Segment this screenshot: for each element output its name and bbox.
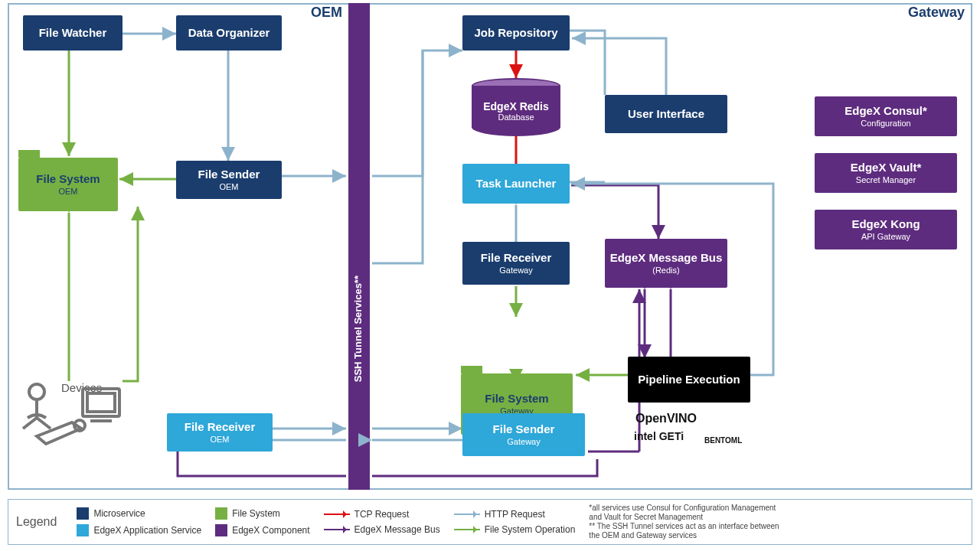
legend-http: HTTP Request [485,509,545,520]
edgex-consul-node: EdgeX Consul* Configuration [815,96,957,136]
edgex-msgbus-sub: (Redis) [652,266,679,276]
pipeline-execution-title: Pipeline Execution [638,373,740,386]
file-receiver-gw-sub: Gateway [499,266,532,276]
svg-point-21 [29,384,44,399]
edgex-redis-sub: Database [498,112,534,122]
openvino-logo: OpenVINO [635,412,697,425]
legend-note1: *all services use Consul for Configurati… [589,504,780,522]
file-sender-oem-node: File Sender OEM [176,161,282,199]
edgex-kong-title: EdgeX Kong [851,217,920,230]
file-receiver-oem-sub: OEM [210,435,229,445]
file-watcher-node: File Watcher [23,15,122,51]
file-sender-oem-title: File Sender [198,168,260,181]
legend-appservice: EdgeX Application Service [93,525,201,536]
file-receiver-gw-title: File Receiver [481,251,552,264]
legend-fsop: File System Operation [485,524,576,535]
job-repository-title: Job Repository [474,26,557,39]
file-sender-oem-sub: OEM [219,182,238,192]
edgex-msgbus-title: EdgeX Message Bus [610,251,723,264]
legend-filesystem: File System [232,508,280,519]
ssh-tunnel-bar [348,3,370,490]
legend: Legend Microservice EdgeX Application Se… [8,499,972,545]
geti-logo: intel GETi [634,430,684,442]
edgex-kong-node: EdgeX Kong API Gateway [815,210,957,249]
file-sender-gw-title: File Sender [493,422,555,435]
fs-oem-sub: OEM [58,187,77,197]
legend-msgbus: EdgeX Message Bus [354,524,440,535]
edgex-vault-sub: Secret Manager [856,175,916,185]
svg-rect-26 [87,393,115,412]
legend-edgex: EdgeX Component [232,525,309,536]
gateway-label: Gateway [908,5,965,21]
legend-title: Legend [16,515,57,529]
file-receiver-oem-title: File Receiver [185,420,256,433]
legend-note2: ** The SSH Tunnel services act as an int… [589,522,780,540]
pipeline-execution-node: Pipeline Execution [628,357,750,403]
job-repository-node: Job Repository [462,15,570,51]
user-interface-title: User Interface [628,107,704,120]
data-organizer-title: Data Organizer [188,26,270,39]
file-watcher-title: File Watcher [39,26,107,39]
oem-label: OEM [311,5,342,21]
edgex-vault-title: EdgeX Vault* [851,161,922,174]
edgex-consul-title: EdgeX Consul* [844,104,927,117]
file-sender-gw-sub: Gateway [507,437,540,447]
edgex-msgbus-node: EdgeX Message Bus (Redis) [605,239,727,288]
legend-microservice: Microservice [93,508,145,519]
edgex-kong-sub: API Gateway [861,232,910,242]
task-launcher-node: Task Launcher [462,164,570,204]
edgex-redis-title: EdgeX Redis [483,100,549,112]
file-sender-gw-node: File Sender Gateway [462,413,585,456]
edgex-consul-sub: Configuration [861,119,910,129]
fs-oem-title: File System [36,172,100,185]
svg-line-23 [23,418,37,429]
data-organizer-node: Data Organizer [176,15,282,51]
file-receiver-oem-node: File Receiver OEM [167,413,273,452]
edgex-redis-db-node: EdgeX Redis Database [472,78,560,136]
devices-icon [14,375,129,452]
edgex-vault-node: EdgeX Vault* Secret Manager [815,153,957,193]
fs-gw-title: File System [485,392,548,405]
task-launcher-title: Task Launcher [476,177,557,190]
user-interface-node: User Interface [605,95,727,133]
architecture-diagram: OEM Gateway SSH Tunnel Services** [0,0,980,551]
ssh-tunnel-label: SSH Tunnel Services** [352,276,364,382]
legend-tcp: TCP Request [354,509,410,520]
fs-oem-node: File System OEM [18,158,118,211]
svg-line-24 [37,418,51,429]
bentoml-logo: BENTOML [704,436,742,445]
file-receiver-gw-node: File Receiver Gateway [462,242,570,285]
